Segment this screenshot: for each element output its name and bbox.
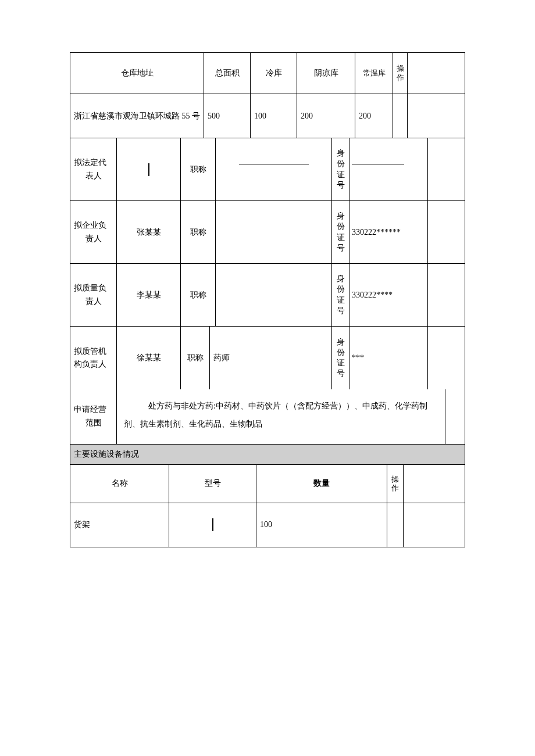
scope-text: 处方药与非处方药:中药材、中药饮片（（含配方经营））、中成药、化学药制剂、抗生素… bbox=[117, 389, 445, 444]
text-cursor-icon bbox=[212, 518, 213, 531]
warehouse-cool: 200 bbox=[297, 94, 355, 138]
warehouse-op bbox=[393, 94, 408, 138]
equip-name-hdr: 名称 bbox=[70, 465, 169, 503]
person-role-label: 拟企业负责人 bbox=[70, 201, 117, 263]
scope-label-l2: 范围 bbox=[74, 417, 106, 429]
warehouse-normal-hdr: 常温库 bbox=[355, 53, 393, 94]
equip-data-spacer bbox=[404, 503, 465, 547]
person-title-label: 职称 bbox=[181, 201, 216, 263]
person-id-label: 身份证号 bbox=[332, 201, 349, 263]
warehouse-hdr-spacer bbox=[408, 53, 465, 94]
warehouse-cool-hdr: 阴凉库 bbox=[297, 53, 355, 94]
form-container: 仓库地址 总面积 冷库 阴凉库 常温库 操作 浙江省慈溪市观海卫镇环城路 55 … bbox=[70, 52, 465, 547]
person-row: 拟质量负责人李某某职称身份证号330222**** bbox=[70, 264, 465, 327]
person-name: 张某某 bbox=[117, 201, 181, 263]
equipment-header-row: 名称 型号 数量 操作 bbox=[70, 465, 465, 503]
person-title-label: 职称 bbox=[181, 327, 210, 389]
person-row: 拟质管机构负责人徐某某职称药师身份证号*** bbox=[70, 327, 465, 389]
equip-hdr-spacer bbox=[404, 465, 465, 503]
person-name: 李某某 bbox=[117, 264, 181, 326]
warehouse-total-hdr: 总面积 bbox=[204, 53, 251, 94]
person-title: 药师 bbox=[210, 327, 332, 389]
person-id bbox=[349, 138, 428, 200]
person-title-label: 职称 bbox=[181, 138, 216, 200]
person-id: 330222**** bbox=[349, 264, 428, 326]
warehouse-cold-hdr: 冷库 bbox=[251, 53, 297, 94]
text-cursor-icon bbox=[148, 163, 149, 176]
person-id: 330222****** bbox=[349, 201, 428, 263]
warehouse-total: 500 bbox=[204, 94, 251, 138]
person-name: 徐某某 bbox=[117, 327, 181, 389]
warehouse-op-hdr: 操作 bbox=[393, 53, 408, 94]
equipment-section-header: 主要设施设备情况 bbox=[70, 444, 465, 465]
warehouse-data-row: 浙江省慈溪市观海卫镇环城路 55 号 500 100 200 200 bbox=[70, 94, 465, 138]
warehouse-addr-hdr: 仓库地址 bbox=[70, 53, 204, 94]
equip-qty-hdr: 数量 bbox=[256, 465, 387, 503]
equip-op bbox=[387, 503, 404, 547]
person-title bbox=[216, 264, 332, 326]
person-title bbox=[216, 201, 332, 263]
equip-qty: 100 bbox=[256, 503, 387, 547]
person-id-label: 身份证号 bbox=[332, 327, 349, 389]
scope-label: 申请经营 范围 bbox=[70, 389, 117, 444]
person-title bbox=[216, 138, 332, 200]
warehouse-addr: 浙江省慈溪市观海卫镇环城路 55 号 bbox=[70, 94, 204, 138]
person-name[interactable] bbox=[117, 138, 181, 200]
person-spacer bbox=[428, 327, 465, 389]
person-spacer bbox=[428, 264, 465, 326]
equipment-data-row: 货架 100 bbox=[70, 503, 465, 547]
people-rows: 拟法定代表人职称身份证号拟企业负责人张某某职称身份证号330222******拟… bbox=[70, 138, 465, 389]
person-id: *** bbox=[349, 327, 428, 389]
person-role-label: 拟法定代表人 bbox=[70, 138, 117, 200]
equip-op-hdr: 操作 bbox=[387, 465, 404, 503]
warehouse-header-row: 仓库地址 总面积 冷库 阴凉库 常温库 操作 bbox=[70, 53, 465, 94]
person-role-label: 拟质量负责人 bbox=[70, 264, 117, 326]
warehouse-normal: 200 bbox=[355, 94, 393, 138]
equip-name: 货架 bbox=[70, 503, 169, 547]
warehouse-data-spacer bbox=[408, 94, 465, 138]
scope-spacer bbox=[445, 389, 465, 444]
person-role-label: 拟质管机构负责人 bbox=[70, 327, 117, 389]
person-row: 拟企业负责人张某某职称身份证号330222****** bbox=[70, 201, 465, 264]
person-spacer bbox=[428, 138, 465, 200]
scope-row: 申请经营 范围 处方药与非处方药:中药材、中药饮片（（含配方经营））、中成药、化… bbox=[70, 389, 465, 444]
person-id-label: 身份证号 bbox=[332, 264, 349, 326]
equip-model[interactable] bbox=[169, 503, 256, 547]
person-title-label: 职称 bbox=[181, 264, 216, 326]
scope-label-l1: 申请经营 bbox=[74, 403, 106, 416]
person-spacer bbox=[428, 201, 465, 263]
person-id-label: 身份证号 bbox=[332, 138, 349, 200]
person-row: 拟法定代表人职称身份证号 bbox=[70, 138, 465, 201]
equip-model-hdr: 型号 bbox=[169, 465, 256, 503]
warehouse-cold: 100 bbox=[251, 94, 297, 138]
